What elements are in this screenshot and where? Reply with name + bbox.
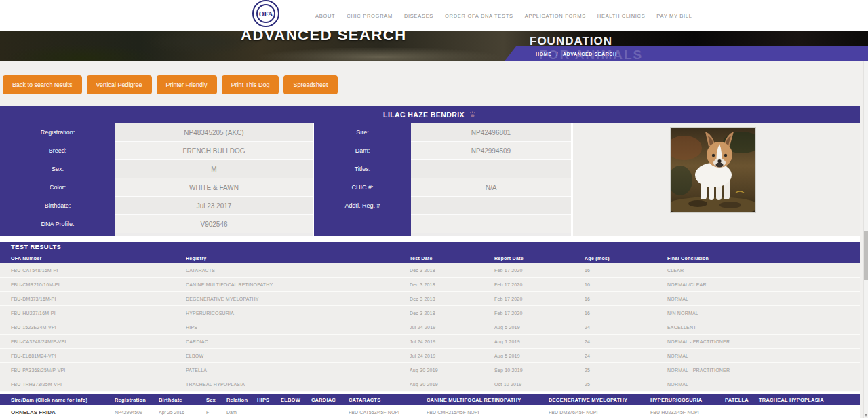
test-result-cell: Jul 24 2019 — [410, 339, 494, 344]
relative-cell: Apr 25 2016 — [159, 410, 206, 415]
detail-label: Addtl. Reg. # — [314, 197, 411, 215]
detail-label: Dam: — [314, 142, 411, 160]
detail-value: V902546 — [115, 215, 313, 233]
test-result-cell: FBU-PA3368/25M/P-VPI — [0, 368, 186, 373]
test-result-cell: FBU-EL681M24-VPI — [0, 354, 186, 358]
relative-cell: NP42994509 — [115, 410, 159, 415]
foundation-subtext: FOR ANIMALS — [539, 48, 643, 61]
test-result-cell: Jul 24 2019 — [410, 325, 494, 330]
test-result-cell: Oct 10 2019 — [494, 382, 585, 387]
test-result-cell: 16 — [585, 311, 667, 316]
detail-value — [411, 215, 571, 233]
detail-value: NP42994509 — [411, 142, 571, 160]
nav-item-health-clinics[interactable]: HEALTH CLINICS — [597, 13, 646, 19]
test-result-cell: 16 — [585, 268, 667, 273]
test-result-cell: TRACHEAL HYPOPLASIA — [186, 382, 410, 387]
detail-value — [411, 197, 571, 215]
test-results-title: TEST RESULTS — [0, 242, 860, 252]
test-result-cell: 16 — [585, 297, 667, 301]
nav-item-pay-my-bill[interactable]: PAY MY BILL — [656, 13, 692, 19]
vertical-scrollbar[interactable] — [863, 61, 868, 418]
scrollbar-thumb[interactable] — [864, 231, 868, 280]
relative-cell: F — [206, 410, 226, 415]
detail-value: NP48345205 (AKC) — [115, 124, 313, 142]
vertical-pedigree-button[interactable]: Vertical Pedigree — [87, 75, 152, 94]
nav-item-order-ofa-dna-tests[interactable]: ORDER OFA DNA TESTS — [445, 13, 513, 19]
action-toolbar: Back to search resultsVertical PedigreeP… — [0, 61, 868, 94]
test-result-cell: FBU-CAT548/16M-PI — [0, 268, 186, 273]
details-left-labels: Registration:Breed:Sex:Color:Birthdate:D… — [0, 124, 115, 236]
test-result-cell: 24 — [585, 325, 667, 330]
test-result-cell: NORMAL - PRACTITIONER — [667, 368, 860, 373]
test-result-cell: FBU-CA3248/24M/P-VPI — [0, 339, 186, 344]
test-result-cell: Sep 10 2019 — [494, 368, 585, 373]
printer-friendly-button[interactable]: Printer Friendly — [157, 75, 217, 94]
detail-value: WHITE & FAWN — [115, 178, 313, 197]
test-result-cell: Dec 3 2018 — [410, 282, 494, 287]
details-right-values: NP42496801NP42994509N/A — [411, 124, 571, 236]
test-result-cell: Feb 17 2020 — [494, 297, 585, 301]
details-right-labels: Sire:Dam:Titles:CHIC #:Addtl. Reg. # — [314, 124, 411, 236]
paw-icon — [469, 111, 477, 119]
nav-item-diseases[interactable]: DISEASES — [404, 13, 433, 19]
relative-col-header: Sire/Dam (Click name for info) — [0, 397, 115, 403]
dog-details-section: Registration:Breed:Sex:Color:Birthdate:D… — [0, 124, 860, 236]
relative-col-header: Relation — [226, 397, 257, 403]
test-result-cell: CARDIAC — [186, 339, 410, 344]
print-this-dog-button[interactable]: Print This Dog — [222, 75, 279, 94]
test-result-row: FBU-CA3248/24M/P-VPICARDIACJul 24 2019Au… — [0, 335, 860, 349]
test-col-header: Final Conclusion — [667, 256, 860, 261]
test-result-cell: N/N NORMAL — [667, 311, 860, 316]
test-result-cell: FBU-TRH373/25M-VPI — [0, 382, 186, 387]
relative-col-header: PATELLA — [725, 397, 759, 403]
relative-name-link[interactable]: ORNELAS FRIDA — [0, 409, 115, 415]
test-result-cell: ELBOW — [186, 354, 410, 358]
test-result-row: FBU-CMR210/16M-PICANINE MULTIFOCAL RETIN… — [0, 278, 860, 292]
test-result-cell: Dec 3 2018 — [410, 297, 494, 301]
spreadsheet-button[interactable]: Spreadsheet — [283, 75, 337, 94]
test-result-row: FBU-1523E24M-VPIHIPSJul 24 2019Aug 5 201… — [0, 320, 860, 335]
test-result-cell: Aug 1 2019 — [494, 339, 585, 344]
test-result-cell: 24 — [585, 339, 667, 344]
nav-item-application-forms[interactable]: APPLICATION FORMS — [525, 13, 586, 19]
test-col-header: Report Date — [494, 256, 585, 261]
test-results-rows: FBU-CAT548/16M-PICATARACTSDec 3 2018Feb … — [0, 263, 860, 392]
page-root: OFA ABOUTCHIC PROGRAMDISEASESORDER OFA D… — [0, 0, 868, 418]
nav-item-about[interactable]: ABOUT — [315, 13, 335, 19]
test-result-cell: NORMAL — [667, 354, 860, 358]
detail-label: CHIC #: — [314, 178, 411, 197]
relative-col-header: TRACHEAL HYPOPLASIA — [759, 397, 860, 403]
test-result-cell: FBU-1523E24M-VPI — [0, 325, 186, 330]
relative-col-header: DEGENERATIVE MYELOPATHY — [549, 397, 650, 403]
test-result-cell: 24 — [585, 354, 667, 358]
test-result-cell: DEGENERATIVE MYELOPATHY — [186, 297, 410, 301]
detail-value: FRENCH BULLDOG — [115, 142, 313, 160]
test-result-cell: Feb 17 2020 — [494, 268, 585, 273]
detail-value: NP42496801 — [411, 124, 571, 142]
test-result-row: FBU-CAT548/16M-PICATARACTSDec 3 2018Feb … — [0, 263, 860, 278]
test-result-cell: FBU-DM373/16M-PI — [0, 297, 186, 301]
relative-col-header: HYPERURICOSURIA — [650, 397, 725, 403]
relative-cell: FBU-HU232/45F-NOPI — [650, 410, 725, 415]
test-result-cell: Aug 5 2019 — [494, 354, 585, 358]
relative-cell: FBU-DM376/45F-NOPI — [549, 410, 650, 415]
scrollbar-down-arrow[interactable] — [865, 414, 867, 417]
detail-label: Sex: — [0, 160, 115, 178]
test-result-cell: NORMAL - PRACTITIONER — [667, 339, 860, 344]
ofa-logo-text: OFA — [256, 4, 275, 23]
nav-item-chic-program[interactable]: CHIC PROGRAM — [347, 13, 393, 19]
back-to-search-results-button[interactable]: Back to search results — [3, 75, 82, 94]
relative-col-header: CATARACTS — [349, 397, 427, 403]
test-result-cell: EXCELLENT — [667, 325, 860, 330]
test-result-cell: NORMAL — [667, 297, 860, 301]
relative-col-header: Birthdate — [159, 397, 206, 403]
photo-panel — [573, 124, 860, 236]
test-result-cell: CANINE MULTIFOCAL RETINOPATHY — [186, 282, 410, 287]
test-result-row: FBU-PA3368/25M/P-VPIPATELLAAug 30 2019Se… — [0, 363, 860, 377]
relative-col-header: Sex — [206, 397, 226, 403]
ofa-logo[interactable]: OFA — [252, 0, 279, 27]
dog-record-card: LILAC HAZE BENDRIX Registration:Breed:Se… — [0, 106, 860, 418]
test-result-cell: FBU-CMR210/16M-PI — [0, 282, 186, 287]
test-col-header: OFA Number — [0, 256, 186, 261]
test-result-row: FBU-DM373/16M-PIDEGENERATIVE MYELOPATHYD… — [0, 292, 860, 306]
